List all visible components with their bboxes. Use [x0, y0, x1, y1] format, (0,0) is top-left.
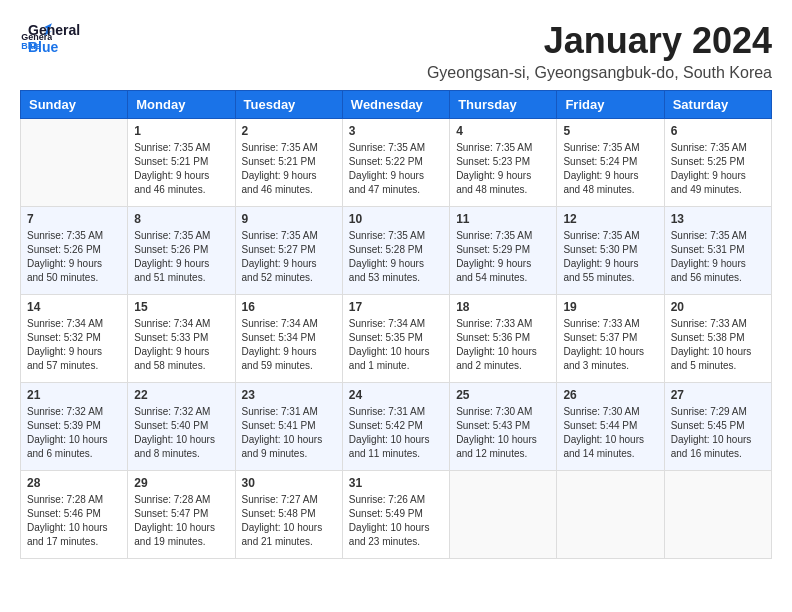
day-info: Sunrise: 7:33 AMSunset: 5:36 PMDaylight:… [456, 317, 550, 373]
day-number: 24 [349, 388, 443, 402]
calendar-day-cell: 31Sunrise: 7:26 AMSunset: 5:49 PMDayligh… [342, 471, 449, 559]
day-number: 29 [134, 476, 228, 490]
day-info: Sunrise: 7:28 AMSunset: 5:46 PMDaylight:… [27, 493, 121, 549]
day-number: 9 [242, 212, 336, 226]
weekday-header-saturday: Saturday [664, 91, 771, 119]
day-info: Sunrise: 7:31 AMSunset: 5:41 PMDaylight:… [242, 405, 336, 461]
day-info: Sunrise: 7:35 AMSunset: 5:21 PMDaylight:… [134, 141, 228, 197]
day-number: 20 [671, 300, 765, 314]
day-info: Sunrise: 7:29 AMSunset: 5:45 PMDaylight:… [671, 405, 765, 461]
calendar-day-cell: 28Sunrise: 7:28 AMSunset: 5:46 PMDayligh… [21, 471, 128, 559]
day-number: 26 [563, 388, 657, 402]
day-info: Sunrise: 7:34 AMSunset: 5:32 PMDaylight:… [27, 317, 121, 373]
day-number: 1 [134, 124, 228, 138]
day-number: 16 [242, 300, 336, 314]
calendar-day-cell: 6Sunrise: 7:35 AMSunset: 5:25 PMDaylight… [664, 119, 771, 207]
calendar-day-cell: 17Sunrise: 7:34 AMSunset: 5:35 PMDayligh… [342, 295, 449, 383]
calendar-day-cell: 26Sunrise: 7:30 AMSunset: 5:44 PMDayligh… [557, 383, 664, 471]
calendar-table: SundayMondayTuesdayWednesdayThursdayFrid… [20, 90, 772, 559]
calendar-day-cell: 30Sunrise: 7:27 AMSunset: 5:48 PMDayligh… [235, 471, 342, 559]
day-number: 4 [456, 124, 550, 138]
day-info: Sunrise: 7:35 AMSunset: 5:26 PMDaylight:… [134, 229, 228, 285]
day-info: Sunrise: 7:28 AMSunset: 5:47 PMDaylight:… [134, 493, 228, 549]
calendar-week-row: 14Sunrise: 7:34 AMSunset: 5:32 PMDayligh… [21, 295, 772, 383]
day-info: Sunrise: 7:30 AMSunset: 5:44 PMDaylight:… [563, 405, 657, 461]
day-number: 19 [563, 300, 657, 314]
day-number: 27 [671, 388, 765, 402]
day-info: Sunrise: 7:34 AMSunset: 5:35 PMDaylight:… [349, 317, 443, 373]
calendar-day-cell [450, 471, 557, 559]
calendar-day-cell: 7Sunrise: 7:35 AMSunset: 5:26 PMDaylight… [21, 207, 128, 295]
location-title: Gyeongsan-si, Gyeongsangbuk-do, South Ko… [427, 64, 772, 82]
weekday-header-row: SundayMondayTuesdayWednesdayThursdayFrid… [21, 91, 772, 119]
logo: General Blue General Blue [20, 20, 80, 56]
calendar-day-cell: 21Sunrise: 7:32 AMSunset: 5:39 PMDayligh… [21, 383, 128, 471]
calendar-day-cell: 23Sunrise: 7:31 AMSunset: 5:41 PMDayligh… [235, 383, 342, 471]
weekday-header-thursday: Thursday [450, 91, 557, 119]
calendar-day-cell: 13Sunrise: 7:35 AMSunset: 5:31 PMDayligh… [664, 207, 771, 295]
day-info: Sunrise: 7:30 AMSunset: 5:43 PMDaylight:… [456, 405, 550, 461]
day-info: Sunrise: 7:34 AMSunset: 5:33 PMDaylight:… [134, 317, 228, 373]
weekday-header-friday: Friday [557, 91, 664, 119]
day-number: 15 [134, 300, 228, 314]
calendar-week-row: 21Sunrise: 7:32 AMSunset: 5:39 PMDayligh… [21, 383, 772, 471]
weekday-header-sunday: Sunday [21, 91, 128, 119]
calendar-day-cell: 24Sunrise: 7:31 AMSunset: 5:42 PMDayligh… [342, 383, 449, 471]
day-number: 31 [349, 476, 443, 490]
calendar-day-cell [21, 119, 128, 207]
weekday-header-monday: Monday [128, 91, 235, 119]
day-info: Sunrise: 7:31 AMSunset: 5:42 PMDaylight:… [349, 405, 443, 461]
logo-blue: Blue [28, 39, 80, 56]
day-number: 13 [671, 212, 765, 226]
day-number: 6 [671, 124, 765, 138]
calendar-day-cell: 2Sunrise: 7:35 AMSunset: 5:21 PMDaylight… [235, 119, 342, 207]
day-number: 10 [349, 212, 443, 226]
day-info: Sunrise: 7:27 AMSunset: 5:48 PMDaylight:… [242, 493, 336, 549]
calendar-day-cell: 10Sunrise: 7:35 AMSunset: 5:28 PMDayligh… [342, 207, 449, 295]
day-number: 12 [563, 212, 657, 226]
day-info: Sunrise: 7:35 AMSunset: 5:21 PMDaylight:… [242, 141, 336, 197]
day-info: Sunrise: 7:33 AMSunset: 5:38 PMDaylight:… [671, 317, 765, 373]
calendar-week-row: 1Sunrise: 7:35 AMSunset: 5:21 PMDaylight… [21, 119, 772, 207]
calendar-week-row: 28Sunrise: 7:28 AMSunset: 5:46 PMDayligh… [21, 471, 772, 559]
calendar-day-cell: 19Sunrise: 7:33 AMSunset: 5:37 PMDayligh… [557, 295, 664, 383]
calendar-day-cell [664, 471, 771, 559]
day-info: Sunrise: 7:26 AMSunset: 5:49 PMDaylight:… [349, 493, 443, 549]
day-number: 7 [27, 212, 121, 226]
day-number: 30 [242, 476, 336, 490]
calendar-day-cell: 3Sunrise: 7:35 AMSunset: 5:22 PMDaylight… [342, 119, 449, 207]
day-number: 2 [242, 124, 336, 138]
day-number: 8 [134, 212, 228, 226]
calendar-day-cell: 9Sunrise: 7:35 AMSunset: 5:27 PMDaylight… [235, 207, 342, 295]
logo-general: General [28, 22, 80, 39]
day-info: Sunrise: 7:35 AMSunset: 5:31 PMDaylight:… [671, 229, 765, 285]
calendar-day-cell: 27Sunrise: 7:29 AMSunset: 5:45 PMDayligh… [664, 383, 771, 471]
day-info: Sunrise: 7:35 AMSunset: 5:22 PMDaylight:… [349, 141, 443, 197]
day-info: Sunrise: 7:35 AMSunset: 5:23 PMDaylight:… [456, 141, 550, 197]
day-number: 3 [349, 124, 443, 138]
day-number: 23 [242, 388, 336, 402]
day-number: 11 [456, 212, 550, 226]
day-number: 25 [456, 388, 550, 402]
calendar-day-cell: 25Sunrise: 7:30 AMSunset: 5:43 PMDayligh… [450, 383, 557, 471]
day-number: 17 [349, 300, 443, 314]
calendar-day-cell: 18Sunrise: 7:33 AMSunset: 5:36 PMDayligh… [450, 295, 557, 383]
day-info: Sunrise: 7:34 AMSunset: 5:34 PMDaylight:… [242, 317, 336, 373]
calendar-week-row: 7Sunrise: 7:35 AMSunset: 5:26 PMDaylight… [21, 207, 772, 295]
calendar-day-cell: 14Sunrise: 7:34 AMSunset: 5:32 PMDayligh… [21, 295, 128, 383]
day-number: 22 [134, 388, 228, 402]
calendar-day-cell: 20Sunrise: 7:33 AMSunset: 5:38 PMDayligh… [664, 295, 771, 383]
day-info: Sunrise: 7:35 AMSunset: 5:30 PMDaylight:… [563, 229, 657, 285]
day-number: 5 [563, 124, 657, 138]
calendar-day-cell: 29Sunrise: 7:28 AMSunset: 5:47 PMDayligh… [128, 471, 235, 559]
day-number: 14 [27, 300, 121, 314]
month-title: January 2024 [427, 20, 772, 62]
day-info: Sunrise: 7:35 AMSunset: 5:24 PMDaylight:… [563, 141, 657, 197]
calendar-day-cell: 12Sunrise: 7:35 AMSunset: 5:30 PMDayligh… [557, 207, 664, 295]
day-info: Sunrise: 7:32 AMSunset: 5:40 PMDaylight:… [134, 405, 228, 461]
calendar-day-cell: 16Sunrise: 7:34 AMSunset: 5:34 PMDayligh… [235, 295, 342, 383]
weekday-header-tuesday: Tuesday [235, 91, 342, 119]
calendar-day-cell: 5Sunrise: 7:35 AMSunset: 5:24 PMDaylight… [557, 119, 664, 207]
calendar-day-cell: 4Sunrise: 7:35 AMSunset: 5:23 PMDaylight… [450, 119, 557, 207]
day-info: Sunrise: 7:35 AMSunset: 5:29 PMDaylight:… [456, 229, 550, 285]
